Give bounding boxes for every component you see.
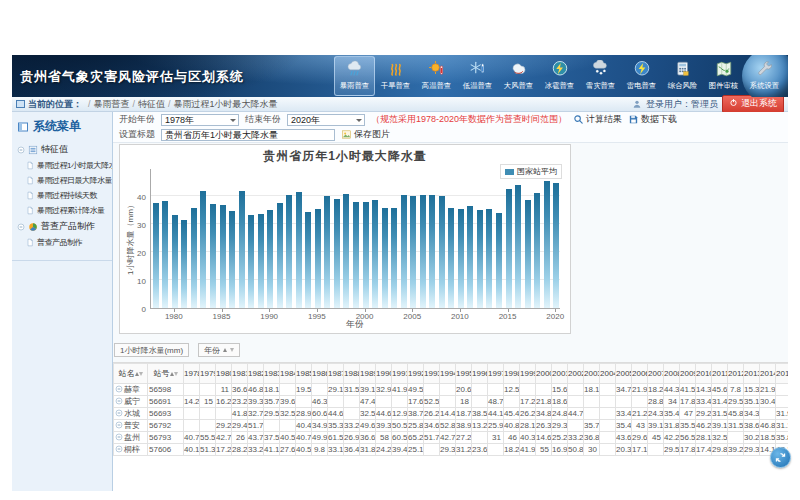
year-column-header[interactable]: 1993 (424, 364, 440, 384)
chart-bar[interactable] (525, 200, 531, 308)
menu-item[interactable]: 暴雨过程累计降水量 (12, 203, 112, 218)
menu-group-product-making[interactable]: 普查产品制作 (12, 218, 112, 235)
chart-bar[interactable] (429, 195, 435, 308)
year-column-header[interactable]: 2006 (632, 364, 648, 384)
nav-item-high-temp[interactable]: 高温普查 (416, 56, 457, 96)
nav-item-lightning[interactable]: 雷电普查 (621, 56, 662, 96)
measure-field-chip[interactable]: 1小时降水量(mm) (114, 343, 189, 357)
breadcrumb-item[interactable]: 特征值 (138, 98, 165, 111)
chart-bar[interactable] (544, 181, 550, 308)
chart-bar[interactable] (315, 209, 321, 308)
download-button[interactable]: 数据下载 (628, 113, 677, 126)
start-year-select[interactable]: 1978年 (161, 114, 239, 126)
year-column-header[interactable]: 1991 (392, 364, 408, 384)
chart-bar[interactable] (248, 215, 254, 308)
year-column-header[interactable]: 1986 (312, 364, 328, 384)
chart-bar[interactable] (277, 203, 283, 308)
nav-item-rainstorm[interactable]: 暴雨普查 (334, 56, 375, 96)
year-column-header[interactable]: 1987 (328, 364, 344, 384)
year-column-header[interactable]: 1989 (360, 364, 376, 384)
nav-item-risk[interactable]: 综合风险 (662, 56, 703, 96)
chart-bar[interactable] (467, 206, 473, 308)
chart-bar[interactable] (324, 196, 330, 308)
nav-item-wind[interactable]: 大风普查 (498, 56, 539, 96)
year-column-header[interactable]: 2010 (696, 364, 712, 384)
year-column-header[interactable]: 1981 (232, 364, 248, 384)
menu-group-feature-values[interactable]: 特征值 (12, 141, 112, 158)
station-id-header[interactable]: 站号 (148, 364, 184, 384)
breadcrumb-item[interactable]: 暴雨普查 (94, 98, 130, 111)
year-column-header[interactable]: 2009 (680, 364, 696, 384)
chart-bar[interactable] (553, 183, 559, 308)
year-column-header[interactable]: 1992 (408, 364, 424, 384)
column-field-chip[interactable]: 年份 (198, 343, 240, 357)
chart-bar[interactable] (181, 220, 187, 309)
year-column-header[interactable]: 2014 (760, 364, 776, 384)
nav-item-low-temp[interactable]: 低温普查 (457, 56, 498, 96)
year-column-header[interactable]: 1996 (472, 364, 488, 384)
calculate-button[interactable]: 计算结果 (573, 113, 622, 126)
chart-bar[interactable] (534, 193, 540, 308)
chart-bar[interactable] (420, 195, 426, 308)
year-column-header[interactable]: 1990 (376, 364, 392, 384)
chart-bar[interactable] (229, 211, 235, 308)
chart-bar[interactable] (410, 196, 416, 308)
chart-bar[interactable] (334, 199, 340, 308)
chart-bar[interactable] (200, 191, 206, 308)
year-column-header[interactable]: 2013 (744, 364, 760, 384)
year-column-header[interactable]: 2004 (600, 364, 616, 384)
year-column-header[interactable]: 2005 (616, 364, 632, 384)
chart-bar[interactable] (191, 208, 197, 309)
year-column-header[interactable]: 1979 (200, 364, 216, 384)
chart-bar[interactable] (515, 185, 521, 308)
chart-bar[interactable] (506, 189, 512, 308)
chart-bar[interactable] (210, 204, 216, 308)
chart-bar[interactable] (220, 205, 226, 308)
chart-bar[interactable] (401, 195, 407, 308)
chart-bar[interactable] (343, 194, 349, 308)
chart-bar[interactable] (458, 209, 464, 308)
nav-item-map-review[interactable]: 图件审核 (703, 56, 744, 96)
chart-bar[interactable] (267, 210, 273, 308)
menu-item[interactable]: 暴雨过程1小时最大降水量 (12, 158, 112, 173)
chart-bar[interactable] (296, 192, 302, 308)
year-column-header[interactable]: 1994 (440, 364, 456, 384)
chart-bar[interactable] (258, 214, 264, 308)
chart-bar[interactable] (353, 202, 359, 308)
menu-item[interactable]: 暴雨过程持续天数 (12, 188, 112, 203)
chart-bar[interactable] (286, 195, 292, 308)
sort-desc-icon[interactable] (139, 372, 143, 376)
chart-bar[interactable] (305, 212, 311, 308)
chart-bar[interactable] (391, 208, 397, 308)
end-year-select[interactable]: 2020年 (287, 114, 365, 126)
year-column-header[interactable]: 1980 (216, 364, 232, 384)
chart-bar[interactable] (363, 202, 369, 308)
menu-item[interactable]: 普查产品制作 (12, 235, 112, 250)
year-column-header[interactable]: 1984 (280, 364, 296, 384)
year-column-header[interactable]: 1995 (456, 364, 472, 384)
year-column-header[interactable]: 1999 (520, 364, 536, 384)
chart-bar[interactable] (153, 203, 159, 308)
nav-item-drought[interactable]: 干旱普查 (375, 56, 416, 96)
chart-bar[interactable] (239, 191, 245, 308)
year-column-header[interactable]: 1985 (296, 364, 312, 384)
year-column-header[interactable]: 1978 (184, 364, 200, 384)
year-column-header[interactable]: 2007 (648, 364, 664, 384)
nav-item-snow[interactable]: 雪灾普查 (580, 56, 621, 96)
chart-bar[interactable] (372, 200, 378, 308)
chart-bar[interactable] (172, 215, 178, 308)
year-column-header[interactable]: 2002 (568, 364, 584, 384)
year-column-header[interactable]: 2008 (664, 364, 680, 384)
year-column-header[interactable]: 2015 (776, 364, 789, 384)
station-name-header[interactable]: 站名 (114, 364, 148, 384)
sort-desc-icon[interactable] (174, 372, 178, 376)
year-column-header[interactable]: 2001 (552, 364, 568, 384)
chart-bar[interactable] (477, 210, 483, 308)
chart-bar[interactable] (486, 209, 492, 308)
year-column-header[interactable]: 2000 (536, 364, 552, 384)
chart-bar[interactable] (448, 208, 454, 308)
year-column-header[interactable]: 2012 (728, 364, 744, 384)
year-column-header[interactable]: 1998 (504, 364, 520, 384)
nav-item-hail[interactable]: 冰雹普查 (539, 56, 580, 96)
year-column-header[interactable]: 1983 (264, 364, 280, 384)
